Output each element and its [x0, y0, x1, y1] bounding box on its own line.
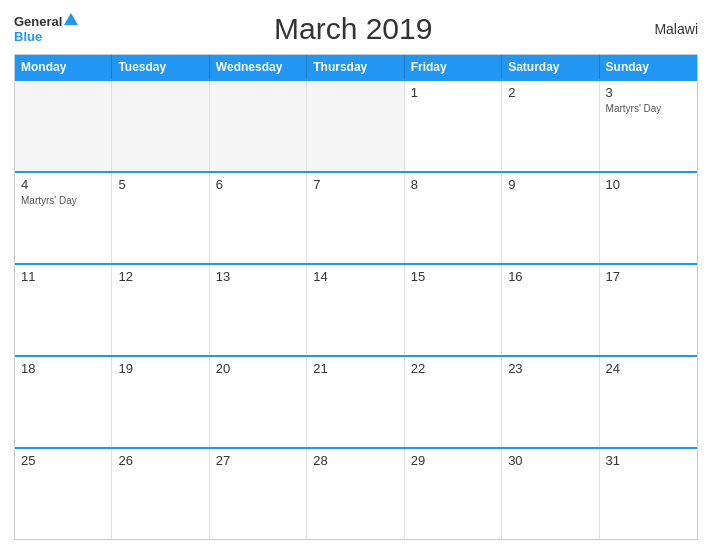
- day-19: 19: [118, 361, 202, 376]
- cell-w5-thu: 28: [307, 449, 404, 539]
- cell-w2-sat: 9: [502, 173, 599, 263]
- country-label: Malawi: [628, 21, 698, 37]
- day-29: 29: [411, 453, 495, 468]
- cell-w2-tue: 5: [112, 173, 209, 263]
- week-4: 18 19 20 21 22 23 24: [15, 355, 697, 447]
- cell-w3-fri: 15: [405, 265, 502, 355]
- day-9: 9: [508, 177, 592, 192]
- cell-w2-mon: 4 Martyrs' Day: [15, 173, 112, 263]
- header-wednesday: Wednesday: [210, 55, 307, 79]
- calendar-header: Monday Tuesday Wednesday Thursday Friday…: [15, 55, 697, 79]
- day-4: 4: [21, 177, 105, 192]
- cell-w4-thu: 21: [307, 357, 404, 447]
- cell-w5-wed: 27: [210, 449, 307, 539]
- day-20: 20: [216, 361, 300, 376]
- day-17: 17: [606, 269, 691, 284]
- cell-w1-tue: [112, 81, 209, 171]
- month-title: March 2019: [78, 12, 628, 46]
- cell-w3-tue: 12: [112, 265, 209, 355]
- week-1: 1 2 3 Martyrs' Day: [15, 79, 697, 171]
- day-1: 1: [411, 85, 495, 100]
- day-14: 14: [313, 269, 397, 284]
- day-10: 10: [606, 177, 691, 192]
- cell-w1-thu: [307, 81, 404, 171]
- header-tuesday: Tuesday: [112, 55, 209, 79]
- day-25: 25: [21, 453, 105, 468]
- week-3: 11 12 13 14 15 16 17: [15, 263, 697, 355]
- day-16: 16: [508, 269, 592, 284]
- cell-w1-wed: [210, 81, 307, 171]
- cell-w4-sat: 23: [502, 357, 599, 447]
- cell-w3-wed: 13: [210, 265, 307, 355]
- day-22: 22: [411, 361, 495, 376]
- cell-w5-mon: 25: [15, 449, 112, 539]
- calendar-page: General Blue March 2019 Malawi Monday Tu…: [0, 0, 712, 550]
- page-header: General Blue March 2019 Malawi: [14, 12, 698, 46]
- day-18: 18: [21, 361, 105, 376]
- cell-w4-mon: 18: [15, 357, 112, 447]
- calendar: Monday Tuesday Wednesday Thursday Friday…: [14, 54, 698, 540]
- cell-w5-fri: 29: [405, 449, 502, 539]
- logo-general-text: General: [14, 15, 62, 28]
- event-martyrs-day-2: Martyrs' Day: [21, 194, 105, 207]
- logo-blue-text: Blue: [14, 29, 42, 44]
- cell-w3-sun: 17: [600, 265, 697, 355]
- calendar-body: 1 2 3 Martyrs' Day 4 Martyrs' Day 5: [15, 79, 697, 539]
- header-saturday: Saturday: [502, 55, 599, 79]
- cell-w2-thu: 7: [307, 173, 404, 263]
- header-thursday: Thursday: [307, 55, 404, 79]
- header-sunday: Sunday: [600, 55, 697, 79]
- cell-w4-sun: 24: [600, 357, 697, 447]
- day-27: 27: [216, 453, 300, 468]
- day-13: 13: [216, 269, 300, 284]
- day-8: 8: [411, 177, 495, 192]
- header-friday: Friday: [405, 55, 502, 79]
- header-monday: Monday: [15, 55, 112, 79]
- cell-w2-fri: 8: [405, 173, 502, 263]
- day-28: 28: [313, 453, 397, 468]
- cell-w5-tue: 26: [112, 449, 209, 539]
- day-5: 5: [118, 177, 202, 192]
- cell-w1-sat: 2: [502, 81, 599, 171]
- cell-w4-wed: 20: [210, 357, 307, 447]
- logo-triangle-icon: [64, 13, 78, 25]
- cell-w2-sun: 10: [600, 173, 697, 263]
- cell-w5-sun: 31: [600, 449, 697, 539]
- day-15: 15: [411, 269, 495, 284]
- day-12: 12: [118, 269, 202, 284]
- day-2: 2: [508, 85, 592, 100]
- cell-w1-mon: [15, 81, 112, 171]
- cell-w2-wed: 6: [210, 173, 307, 263]
- cell-w3-thu: 14: [307, 265, 404, 355]
- logo: General Blue: [14, 15, 78, 44]
- cell-w3-mon: 11: [15, 265, 112, 355]
- day-6: 6: [216, 177, 300, 192]
- day-30: 30: [508, 453, 592, 468]
- day-21: 21: [313, 361, 397, 376]
- cell-w1-fri: 1: [405, 81, 502, 171]
- week-2: 4 Martyrs' Day 5 6 7 8 9: [15, 171, 697, 263]
- event-martyrs-day-1: Martyrs' Day: [606, 102, 691, 115]
- week-5: 25 26 27 28 29 30 31: [15, 447, 697, 539]
- cell-w5-sat: 30: [502, 449, 599, 539]
- day-3: 3: [606, 85, 691, 100]
- day-24: 24: [606, 361, 691, 376]
- day-7: 7: [313, 177, 397, 192]
- cell-w3-sat: 16: [502, 265, 599, 355]
- day-11: 11: [21, 269, 105, 284]
- day-26: 26: [118, 453, 202, 468]
- cell-w1-sun: 3 Martyrs' Day: [600, 81, 697, 171]
- day-23: 23: [508, 361, 592, 376]
- cell-w4-tue: 19: [112, 357, 209, 447]
- day-31: 31: [606, 453, 691, 468]
- cell-w4-fri: 22: [405, 357, 502, 447]
